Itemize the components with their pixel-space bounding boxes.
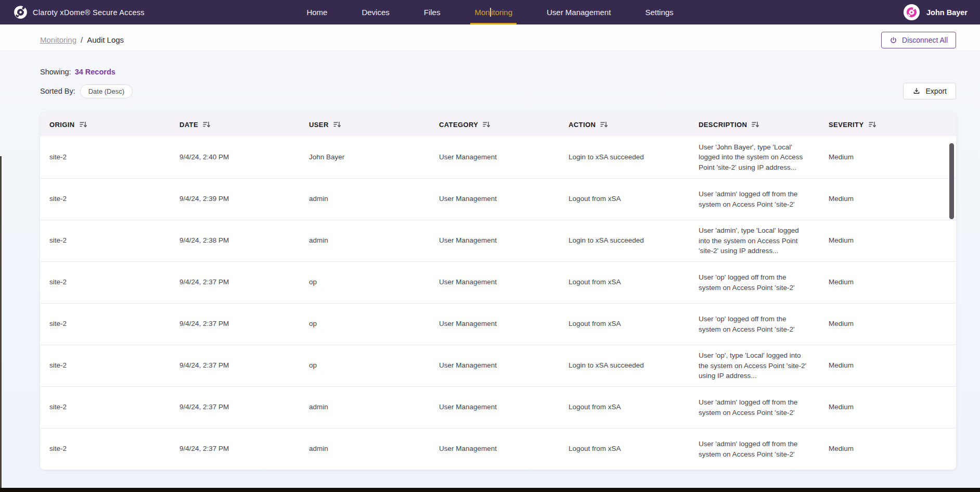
sort-filter-icon[interactable] [869, 121, 876, 128]
cell-severity: Medium [829, 153, 956, 162]
table-row[interactable]: site-2 9/4/24, 2:37 PM op User Managemen… [40, 303, 956, 345]
column-header-category[interactable]: CATEGORY [439, 121, 569, 129]
table-row[interactable]: site-2 9/4/24, 2:39 PM admin User Manage… [40, 178, 956, 220]
column-header-origin[interactable]: ORIGIN [49, 121, 179, 129]
cell-description: User 'admin', type 'Local' logged into t… [699, 225, 809, 256]
breadcrumb: Monitoring / Audit Logs [40, 35, 124, 44]
cell-origin: site-2 [49, 278, 179, 287]
cell-date: 9/4/24, 2:37 PM [179, 278, 309, 287]
column-header-user[interactable]: USER [309, 121, 439, 129]
cell-origin: site-2 [49, 195, 179, 204]
cell-category: User Management [439, 195, 569, 204]
cell-user: op [309, 361, 439, 370]
column-header-action[interactable]: ACTION [569, 121, 699, 129]
cell-severity: Medium [829, 445, 956, 453]
disconnect-all-label: Disconnect All [902, 36, 948, 44]
cell-date: 9/4/24, 2:37 PM [179, 320, 309, 329]
nav-item-monitoring[interactable]: Monitoring [474, 0, 512, 24]
nav-item-devices[interactable]: Devices [362, 0, 389, 24]
user-name: John Bayer [926, 8, 968, 17]
cell-category: User Management [439, 278, 569, 287]
cell-category: User Management [439, 236, 569, 245]
cell-origin: site-2 [49, 153, 179, 162]
table-row[interactable]: site-2 9/4/24, 2:37 PM op User Managemen… [40, 261, 956, 303]
cell-description: User 'op' logged off from the system on … [699, 314, 809, 334]
column-header-date[interactable]: DATE [179, 121, 309, 129]
cell-date: 9/4/24, 2:37 PM [179, 403, 309, 412]
cell-action: Logout from xSA [569, 403, 699, 412]
cell-user: op [309, 320, 439, 329]
table-header-row: ORIGIN DATE USER CATEGORY ACTION [40, 112, 956, 136]
sort-filter-icon[interactable] [80, 121, 87, 128]
showing-label: Showing: [40, 68, 71, 76]
nav-item-home[interactable]: Home [306, 0, 327, 24]
sort-row: Sorted By: Date (Desc) Export [40, 83, 956, 99]
cell-date: 9/4/24, 2:39 PM [179, 195, 309, 204]
disconnect-all-button[interactable]: Disconnect All [881, 32, 956, 48]
table-row[interactable]: site-2 9/4/24, 2:37 PM admin User Manage… [40, 428, 956, 470]
cell-user: John Bayer [309, 153, 439, 162]
column-header-description[interactable]: DESCRIPTION [699, 121, 829, 129]
brand-name: Claroty xDome® Secure Access [33, 8, 145, 17]
table-body: site-2 9/4/24, 2:40 PM John Bayer User M… [40, 136, 956, 470]
sort-filter-icon[interactable] [333, 121, 341, 128]
user-box[interactable]: John Bayer [808, 0, 980, 24]
showing-row: Showing: 34 Records [40, 68, 956, 76]
cell-date: 9/4/24, 2:40 PM [179, 153, 309, 162]
cell-category: User Management [439, 153, 569, 162]
sort-filter-icon[interactable] [203, 121, 210, 128]
cell-severity: Medium [829, 320, 956, 329]
cell-user: op [309, 278, 439, 287]
sort-chip-date-desc[interactable]: Date (Desc) [80, 84, 133, 98]
breadcrumb-current: Audit Logs [87, 35, 124, 44]
cell-severity: Medium [829, 403, 956, 412]
table-row[interactable]: site-2 9/4/24, 2:40 PM John Bayer User M… [40, 136, 956, 178]
sorted-by: Sorted By: Date (Desc) [40, 84, 133, 98]
column-header-severity[interactable]: SEVERITY [829, 121, 956, 129]
cell-category: User Management [439, 320, 569, 329]
breadcrumb-link-monitoring[interactable]: Monitoring [40, 35, 76, 44]
table-row[interactable]: site-2 9/4/24, 2:37 PM op User Managemen… [40, 345, 956, 386]
table-row[interactable]: site-2 9/4/24, 2:37 PM admin User Manage… [40, 386, 956, 428]
nav-item-files[interactable]: Files [424, 0, 441, 24]
cell-action: Logout from xSA [569, 445, 699, 453]
cell-severity: Medium [829, 195, 956, 204]
cell-description: User 'admin' logged off from the system … [699, 439, 809, 459]
cell-user: admin [309, 195, 439, 204]
table-scrollbar-thumb[interactable] [949, 143, 954, 219]
main-content: Showing: 34 Records Sorted By: Date (Des… [0, 68, 980, 470]
export-button[interactable]: Export [903, 83, 956, 99]
record-count: 34 Records [75, 68, 115, 76]
cell-action: Login to xSA succeeded [569, 153, 699, 162]
download-icon [912, 87, 921, 95]
brand: Claroty xDome® Secure Access [0, 0, 172, 24]
sort-filter-icon[interactable] [752, 121, 759, 128]
cell-date: 9/4/24, 2:37 PM [179, 445, 309, 453]
cell-user: admin [309, 236, 439, 245]
cell-date: 9/4/24, 2:38 PM [179, 236, 309, 245]
cell-action: Logout from xSA [569, 195, 699, 204]
sorted-by-label: Sorted By: [40, 87, 75, 95]
main-nav: HomeDevicesFilesMonitoringUser Managemen… [172, 0, 808, 24]
cell-description: User 'admin' logged off from the system … [699, 397, 809, 418]
cell-description: User 'op' logged off from the system on … [699, 272, 809, 293]
avatar[interactable] [904, 4, 920, 20]
claroty-avatar-icon [906, 7, 917, 18]
audit-log-table: ORIGIN DATE USER CATEGORY ACTION [40, 112, 956, 470]
cell-category: User Management [439, 403, 569, 412]
cell-category: User Management [439, 361, 569, 370]
breadcrumb-bar: Monitoring / Audit Logs Disconnect All [0, 24, 980, 51]
cell-description: User 'admin' logged off from the system … [699, 189, 809, 209]
cell-action: Login to xSA succeeded [569, 361, 699, 370]
sort-filter-icon[interactable] [600, 121, 608, 128]
cell-origin: site-2 [49, 320, 179, 329]
sort-filter-icon[interactable] [483, 121, 490, 128]
cell-description: User 'op', type 'Local' logged into the … [699, 350, 809, 381]
cell-user: admin [309, 403, 439, 412]
nav-item-settings[interactable]: Settings [645, 0, 673, 24]
nav-item-user-management[interactable]: User Management [547, 0, 611, 24]
cell-severity: Medium [829, 361, 956, 370]
cell-date: 9/4/24, 2:37 PM [179, 361, 309, 370]
cell-action: Logout from xSA [569, 320, 699, 329]
table-row[interactable]: site-2 9/4/24, 2:38 PM admin User Manage… [40, 220, 956, 261]
